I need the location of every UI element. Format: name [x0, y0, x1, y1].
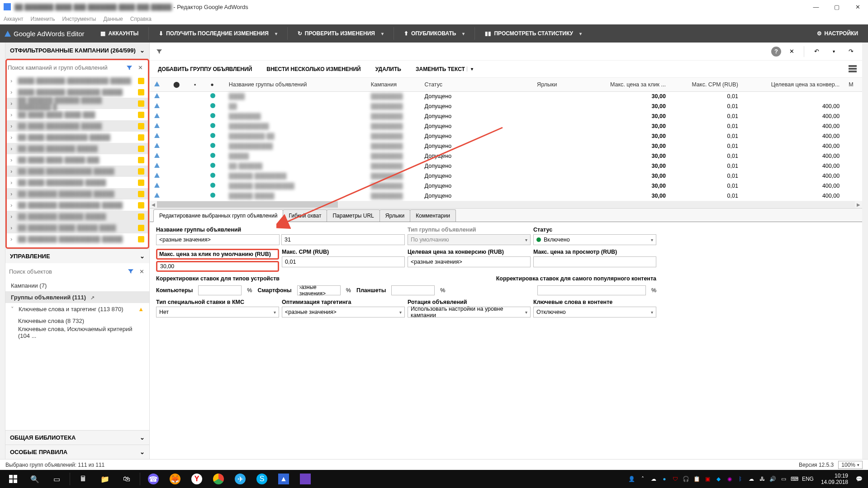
onedrive-icon[interactable]: ☁	[650, 475, 657, 483]
menu-tools[interactable]: Инструменты	[62, 16, 96, 22]
col-labels[interactable]: Ярлыки	[532, 78, 586, 91]
clear-search-icon[interactable]: ✕	[138, 267, 146, 275]
tab-url-params[interactable]: Параметры URL	[327, 209, 379, 222]
settings-button[interactable]: ⚙ НАСТРОЙКИ	[811, 25, 863, 42]
table-row[interactable]: ██████ ████████████████Допущено30,000,01…	[150, 171, 862, 181]
col-cpa[interactable]: Целевая цена за конвер...	[743, 78, 844, 91]
col-error-icon[interactable]: ⬤	[169, 78, 190, 91]
search-icon[interactable]: 🔍	[24, 470, 45, 488]
network-icon[interactable]: 🖧	[759, 475, 766, 483]
menu-edit[interactable]: Изменить	[30, 16, 55, 22]
telegram-icon[interactable]: ✈	[230, 470, 251, 488]
tree-negative-keywords[interactable]: Ключевые слова, Исключаемый критерий (10…	[5, 327, 149, 338]
tree-adgroups[interactable]: Группы объявлений (111)	[5, 291, 149, 303]
table-row[interactable]: ███████████████████Допущено30,000,01400,…	[150, 141, 862, 151]
campaign-row[interactable]: ██ ███████ ████ █████ ████	[7, 222, 148, 233]
table-row[interactable]: ██████ ██████████████████Допущено30,000,…	[150, 181, 862, 191]
col-name[interactable]: Название группы объявлений	[224, 78, 366, 91]
tray-up-icon[interactable]: ˄	[639, 475, 646, 483]
keyboard-icon[interactable]: ⌨	[791, 475, 798, 483]
firefox-icon[interactable]: 🦊	[165, 470, 185, 488]
input-max-cpv[interactable]	[533, 256, 656, 267]
management-section-header[interactable]: УПРАВЛЕНИЕ	[5, 249, 149, 263]
table-row[interactable]: ██████████████████Допущено30,000,01400,0…	[150, 121, 862, 131]
select-adgroup-type[interactable]: По умолчанию	[408, 234, 531, 245]
campaign-row[interactable]: ██ ████ ██████████ █████	[7, 132, 148, 143]
delete-button[interactable]: УДАЛИТЬ	[373, 63, 404, 75]
tab-labels[interactable]: Ярлыки	[379, 209, 411, 222]
table-body[interactable]: ████████████Допущено30,000,01██████████Д…	[150, 91, 862, 201]
chrome-icon[interactable]	[208, 470, 229, 488]
col-campaign[interactable]: Кампания	[366, 78, 420, 91]
input-max-cpm[interactable]: 0,01	[282, 256, 405, 267]
tab-comments[interactable]: Комментарии	[410, 209, 456, 222]
onedrive2-icon[interactable]: ☁	[748, 475, 755, 483]
table-row[interactable]: ██ ██████████████Допущено30,000,01400,00	[150, 161, 862, 171]
bluetooth-icon[interactable]: ᛒ	[737, 475, 744, 483]
file-explorer-icon[interactable]: 📁	[95, 470, 115, 488]
viber-icon[interactable]: ☎	[143, 470, 164, 488]
campaign-row[interactable]: ██ ███████ ██████████ █████	[7, 199, 148, 211]
horizontal-scrollbar[interactable]: ◀▶	[150, 201, 862, 208]
col-enabled-icon[interactable]: ●	[206, 78, 224, 91]
undo-dropdown-icon[interactable]: ▾	[827, 45, 840, 58]
adwords-taskbar-icon[interactable]: ▲	[273, 470, 294, 488]
campaign-row[interactable]: ██ ████ ███████████ █████	[7, 166, 148, 177]
col-status[interactable]: Статус	[420, 78, 533, 91]
clock[interactable]: 10:19 14.09.2018	[821, 473, 848, 485]
campaign-row[interactable]: ██ ██████ ██████ █████ ████████ █	[7, 98, 148, 109]
antivirus-icon[interactable]: ▣	[704, 475, 711, 483]
start-button[interactable]	[3, 470, 24, 488]
select-kw-content[interactable]: Отключено	[533, 307, 656, 317]
table-row[interactable]: ████████████Допущено30,000,01	[150, 91, 862, 101]
undo-button[interactable]: ↶	[810, 45, 823, 58]
security-icon[interactable]: 🛡	[672, 475, 679, 483]
input-tablets[interactable]	[391, 285, 435, 295]
menu-account[interactable]: Аккаунт	[4, 16, 23, 22]
col-comment-icon[interactable]: ▪	[190, 78, 206, 91]
app-tray-icon[interactable]: ●	[661, 475, 668, 483]
yandex-icon[interactable]: Y	[186, 470, 207, 488]
input-computers[interactable]	[198, 285, 242, 295]
object-search-input[interactable]	[9, 265, 124, 277]
tree-campaigns[interactable]: Кампании (7)	[5, 280, 149, 291]
store-icon[interactable]: 🛍	[116, 470, 137, 488]
campaign-row[interactable]: ██ ███████ ████████ █████	[7, 188, 148, 199]
input-default-cpc[interactable]: 30,00	[156, 261, 279, 272]
menu-help[interactable]: Справка	[130, 16, 152, 22]
window-minimize-button[interactable]: —	[806, 0, 826, 14]
view-toggle-icon[interactable]	[849, 65, 857, 73]
tab-flex-reach[interactable]: Гибкий охват	[283, 209, 327, 222]
input-content-adj[interactable]	[537, 285, 646, 295]
campaign-tree[interactable]: ████ ███████ ██████████ █████████ ██████…	[5, 75, 149, 249]
publish-button[interactable]: ⬆ ОПУБЛИКОВАТЬ	[398, 25, 470, 42]
campaign-row[interactable]: ██ ████ ████ █████ ███	[7, 154, 148, 166]
app2-icon[interactable]: ◆	[715, 475, 722, 483]
campaign-row[interactable]: ██ ████ ███████ █████	[7, 143, 148, 154]
close-filter-icon[interactable]: ✕	[785, 45, 798, 58]
add-adgroup-button[interactable]: ДОБАВИТЬ ГРУППУ ОБЪЯВЛЕНИЙ	[155, 63, 255, 75]
campaign-row[interactable]: ██ ███████ ██████████ █████	[7, 233, 148, 245]
tree-keywords[interactable]: Ключевые слова (8 732)	[5, 315, 149, 327]
headset-icon[interactable]: 🎧	[683, 475, 690, 483]
notifications-icon[interactable]: 💬	[855, 475, 863, 483]
select-rotation[interactable]: Использовать настройки на уровне кампани…	[408, 307, 531, 317]
skype-icon[interactable]: S	[251, 470, 272, 488]
col-cpm[interactable]: Макс. CPM (RUB)	[670, 78, 743, 91]
help-button[interactable]: ?	[771, 47, 781, 57]
tab-edit-adgroups[interactable]: Редактирование выбранных групп объявлени…	[153, 209, 283, 222]
table-row[interactable]: █████████ ██████████Допущено30,000,01400…	[150, 131, 862, 141]
campaign-row[interactable]: ██ ████ ████ ████ ███	[7, 109, 148, 120]
campaign-row[interactable]: ████ ███████ ██████████ █████	[7, 75, 148, 86]
select-kms-type[interactable]: Нет	[156, 307, 279, 317]
filter-icon[interactable]	[125, 64, 133, 72]
calculator-icon[interactable]: 🖩	[73, 470, 94, 488]
table-row[interactable]: ████████████████Допущено30,000,01400,00	[150, 111, 862, 121]
app3-icon[interactable]: ◉	[726, 475, 733, 483]
clear-search-icon[interactable]: ✕	[136, 64, 144, 72]
campaign-row[interactable]: ██ ████ ████████ █████	[7, 120, 148, 132]
campaign-row[interactable]: ████ ███████ ████████ █████	[7, 86, 148, 98]
select-targeting-opt[interactable]: <разные значения>	[282, 307, 405, 317]
table-row[interactable]: ██████████Допущено30,000,01400,00	[150, 101, 862, 111]
col-cpc[interactable]: Макс. цена за клик ...	[586, 78, 670, 91]
